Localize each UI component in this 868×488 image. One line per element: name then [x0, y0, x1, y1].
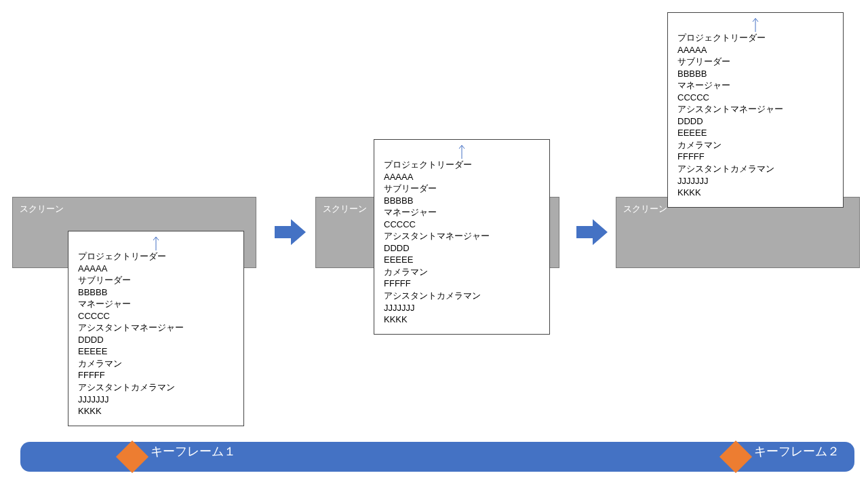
credit-line: EEEEE: [78, 345, 234, 358]
credit-line: EEEEE: [677, 127, 833, 139]
up-arrow-icon: [458, 144, 466, 162]
screen-label: スクリーン: [323, 204, 367, 214]
keyframe-marker-2: [719, 440, 752, 473]
credit-line: EEEEE: [384, 254, 540, 266]
credits-box-2: プロジェクトリーダー AAAAA サブリーダー BBBBB マネージャー CCC…: [374, 139, 550, 335]
credit-line: DDDD: [384, 242, 540, 255]
credit-line: アシスタントマネージャー: [78, 322, 234, 334]
credit-line: AAAAA: [677, 44, 833, 56]
arrow-right-icon: [275, 217, 307, 250]
credit-line: CCCCC: [677, 92, 833, 104]
keyframe-marker-1: [116, 440, 149, 473]
credit-line: DDDD: [78, 334, 234, 346]
credit-line: サブリーダー: [384, 183, 540, 195]
keyframe-label-1: キーフレーム１: [151, 443, 236, 459]
screen-3: スクリーン: [616, 197, 860, 268]
credit-line: CCCCC: [78, 310, 234, 322]
credit-line: KKKK: [677, 187, 833, 199]
credit-line: KKKK: [384, 314, 540, 326]
credit-line: JJJJJJJ: [78, 394, 234, 406]
credit-line: JJJJJJJ: [384, 302, 540, 314]
credit-line: アシスタントカメラマン: [384, 290, 540, 302]
credit-line: アシスタントマネージャー: [384, 230, 540, 242]
credit-line: マネージャー: [78, 298, 234, 310]
credit-line: アシスタントカメラマン: [677, 163, 833, 175]
up-arrow-icon: [152, 236, 160, 254]
credit-line: アシスタントカメラマン: [78, 381, 234, 394]
credit-line: カメラマン: [78, 358, 234, 370]
screen-label: スクリーン: [623, 204, 667, 214]
credit-line: BBBBB: [384, 195, 540, 207]
credit-line: BBBBB: [677, 68, 833, 80]
credits-box-3: プロジェクトリーダー AAAAA サブリーダー BBBBB マネージャー CCC…: [667, 12, 844, 208]
svg-marker-3: [275, 219, 306, 245]
credit-line: マネージャー: [677, 79, 833, 92]
credit-line: カメラマン: [677, 139, 833, 151]
credit-line: カメラマン: [384, 266, 540, 278]
credits-box-1: プロジェクトリーダー AAAAA サブリーダー BBBBB マネージャー CCC…: [68, 231, 244, 426]
screen-label: スクリーン: [20, 204, 64, 214]
up-arrow-icon: [751, 17, 760, 35]
timeline-bar: キーフレーム１ キーフレーム２: [20, 442, 854, 472]
credit-line: BBBBB: [78, 286, 234, 299]
credit-line: KKKK: [78, 405, 234, 417]
credit-line: サブリーダー: [78, 274, 234, 286]
svg-marker-4: [576, 219, 608, 245]
arrow-right-icon: [576, 217, 609, 250]
credit-line: JJJJJJJ: [677, 175, 833, 187]
credit-line: サブリーダー: [677, 56, 833, 68]
credit-line: FFFFF: [384, 278, 540, 290]
credit-line: アシスタントマネージャー: [677, 103, 833, 115]
credit-line: FFFFF: [78, 369, 234, 381]
credit-line: AAAAA: [78, 263, 234, 275]
credit-line: マネージャー: [384, 206, 540, 219]
credit-line: CCCCC: [384, 219, 540, 231]
credit-line: FFFFF: [677, 151, 833, 163]
keyframe-label-2: キーフレーム２: [754, 443, 840, 459]
credit-line: DDDD: [677, 115, 833, 128]
credit-line: AAAAA: [384, 171, 540, 183]
